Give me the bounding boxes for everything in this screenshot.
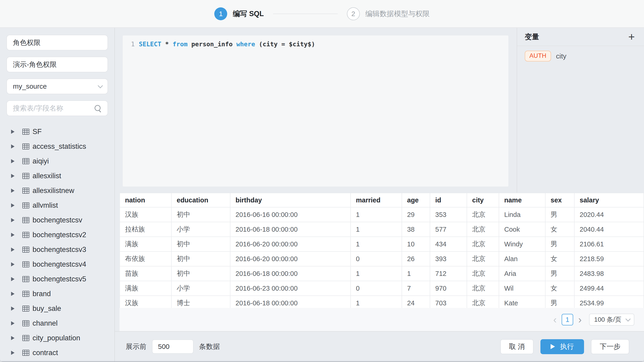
tree-item-bochengtestcsv2[interactable]: bochengtestcsv2 <box>6 227 108 242</box>
table-cell: 38 <box>402 222 430 237</box>
caret-right-icon[interactable] <box>11 174 14 178</box>
top-header: 1 编写 SQL 2 编辑数据模型与权限 <box>0 0 644 28</box>
page-size-select[interactable]: 100 条/页 <box>589 314 634 326</box>
caret-right-icon[interactable] <box>11 203 14 207</box>
next-step-button[interactable]: 下一步 <box>591 339 629 354</box>
table-row: 满族小学2016-06-23 00:00:0007970北京Wil女2499.4… <box>120 281 644 296</box>
table-cell: 满族 <box>120 237 172 251</box>
column-header-salary: salary <box>574 193 644 207</box>
tree-item-label: bochengtestcsv3 <box>32 245 86 254</box>
caret-right-icon[interactable] <box>11 233 14 237</box>
prev-page-button[interactable]: ‹ <box>550 315 559 325</box>
variable-type-badge: AUTH <box>525 51 551 61</box>
caret-right-icon[interactable] <box>11 188 14 193</box>
row-limit-input[interactable]: 500 <box>152 340 194 354</box>
table-cell: 女 <box>545 251 574 266</box>
cancel-button[interactable]: 取 消 <box>500 339 534 354</box>
tree-item-bochengtestcsv[interactable]: bochengtestcsv <box>6 213 108 227</box>
column-header-married: married <box>350 193 402 207</box>
next-page-button[interactable]: › <box>576 315 584 325</box>
caret-right-icon[interactable] <box>11 351 14 355</box>
table-cell: 2016-06-18 00:00:00 <box>230 266 350 281</box>
table-cell: 北京 <box>467 266 499 281</box>
tree-item-label: bochengtestcsv4 <box>32 260 86 269</box>
caret-right-icon[interactable] <box>11 144 14 149</box>
table-cell: 初中 <box>172 237 230 251</box>
table-cell: 北京 <box>467 281 499 296</box>
tree-item-city_population[interactable]: city_population <box>6 331 108 346</box>
caret-right-icon[interactable] <box>11 248 14 252</box>
variables-title: 变量 <box>525 32 628 42</box>
tree-item-channel[interactable]: channel <box>6 316 108 331</box>
chevron-down-icon <box>98 83 103 88</box>
caret-right-icon[interactable] <box>11 277 14 281</box>
table-grid-icon <box>22 173 29 179</box>
table-grid-icon <box>22 247 29 253</box>
results-table: nationeducationbirthdaymarriedageidcityn… <box>120 193 644 308</box>
tree-item-bochengtestcsv4[interactable]: bochengtestcsv4 <box>6 257 108 272</box>
table-cell: 初中 <box>172 207 230 222</box>
table-cell: 2040.44 <box>574 222 644 237</box>
table-cell: 0 <box>350 281 402 296</box>
table-tree: SFaccess_statisticsaiqiyiallesxilistalle… <box>6 124 108 360</box>
table-row: 汉族初中2016-06-16 00:00:00129353北京Linda男202… <box>120 207 644 222</box>
table-row: 布依族初中2016-06-20 00:00:00026393北京Alan女221… <box>120 251 644 266</box>
table-cell: 970 <box>430 281 467 296</box>
table-cell: Aria <box>499 266 545 281</box>
caret-right-icon[interactable] <box>11 307 14 311</box>
execute-button[interactable]: 执行 <box>540 339 584 354</box>
caret-right-icon[interactable] <box>11 262 14 266</box>
table-cell: 女 <box>545 222 574 237</box>
table-cell: 1 <box>350 266 402 281</box>
tree-item-bochengtestcsv5[interactable]: bochengtestcsv5 <box>6 272 108 286</box>
tree-item-label: allesxilistnew <box>32 186 74 195</box>
column-header-education: education <box>172 193 230 207</box>
caret-right-icon[interactable] <box>11 218 14 222</box>
table-cell: 2016-06-20 00:00:00 <box>230 237 350 251</box>
sidebar: 角色权限 演示-角色权限 my_source 搜索表/字段名称 SFaccess… <box>0 28 115 362</box>
tree-item-aiqiyi[interactable]: aiqiyi <box>6 154 108 169</box>
tree-item-allesxilist[interactable]: allesxilist <box>6 169 108 183</box>
table-grid-icon <box>22 350 29 356</box>
caret-right-icon[interactable] <box>11 292 14 296</box>
role-name-input[interactable]: 角色权限 <box>6 35 108 50</box>
stepper-divider <box>273 13 338 14</box>
datasource-select[interactable]: my_source <box>6 79 108 94</box>
column-header-nation: nation <box>120 193 172 207</box>
sql-editor-window: 1 编写 SQL 2 编辑数据模型与权限 角色权限 演示-角色权限 my_sou… <box>0 0 644 362</box>
caret-right-icon[interactable] <box>11 321 14 325</box>
table-cell: 拉枯族 <box>120 222 172 237</box>
variable-item[interactable]: AUTHcity <box>525 51 644 61</box>
caret-right-icon[interactable] <box>11 336 14 340</box>
execute-label: 执行 <box>560 342 574 352</box>
column-header-id: id <box>430 193 467 207</box>
table-search-input[interactable]: 搜索表/字段名称 <box>6 100 108 116</box>
tree-item-label: channel <box>32 319 58 328</box>
row-limit-group: 展示前 500 条数据 <box>126 340 220 354</box>
role-display-name-input[interactable]: 演示-角色权限 <box>6 57 108 72</box>
step-1[interactable]: 1 编写 SQL <box>214 7 264 20</box>
table-row: 拉枯族小学2016-06-18 00:00:00138577北京Cook女204… <box>120 222 644 237</box>
add-variable-button[interactable]: + <box>628 31 635 42</box>
tree-item-access_statistics[interactable]: access_statistics <box>6 139 108 154</box>
step-2[interactable]: 2 编辑数据模型与权限 <box>347 7 430 20</box>
stepper: 1 编写 SQL 2 编辑数据模型与权限 <box>214 7 430 20</box>
caret-right-icon[interactable] <box>11 159 14 163</box>
tree-item-buy_sale[interactable]: buy_sale <box>6 301 108 316</box>
upper-region: 1 SELECT * from person_info where (city … <box>115 28 644 193</box>
current-page-button[interactable]: 1 <box>562 314 573 325</box>
sql-token: from <box>172 40 188 48</box>
variables-list: AUTHcity <box>517 46 644 61</box>
tree-item-allesxilistnew[interactable]: allesxilistnew <box>6 183 108 198</box>
tree-item-SF[interactable]: SF <box>6 124 108 139</box>
tree-item-contract[interactable]: contract <box>6 346 108 360</box>
table-cell: 女 <box>545 281 574 296</box>
caret-right-icon[interactable] <box>11 130 14 134</box>
tree-item-brand[interactable]: brand <box>6 286 108 301</box>
tree-item-bochengtestcsv3[interactable]: bochengtestcsv3 <box>6 242 108 257</box>
tree-item-label: access_statistics <box>32 142 86 151</box>
sql-editor[interactable]: 1 SELECT * from person_info where (city … <box>123 35 508 186</box>
table-grid-icon <box>22 188 29 194</box>
results-table-viewport[interactable]: nationeducationbirthdaymarriedageidcityn… <box>120 193 644 308</box>
tree-item-allvmlist[interactable]: allvmlist <box>6 198 108 213</box>
